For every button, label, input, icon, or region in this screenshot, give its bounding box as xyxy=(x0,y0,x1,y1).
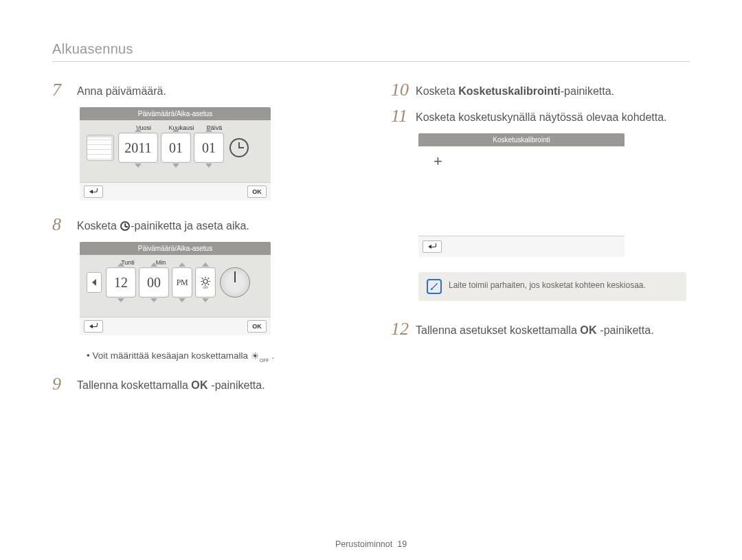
touch-calibration-screenshot: Kosketuskalibrointi + xyxy=(418,133,625,257)
step-number-9: 9 xyxy=(52,375,70,393)
svg-line-6 xyxy=(207,284,209,285)
hour-picker[interactable]: 12 xyxy=(106,267,136,298)
time-setting-screenshot: Päivämäärä/Aika-asetus Tunti Min 12 00 P… xyxy=(80,242,271,335)
step-text-7: Anna päivämäärä. xyxy=(77,81,166,99)
ampm-picker[interactable]: PM xyxy=(172,267,192,298)
left-column: 7 Anna päivämäärä. Päivämäärä/Aika-asetu… xyxy=(52,81,351,401)
info-text: Laite toimii parhaiten, jos kosketat koh… xyxy=(449,279,646,290)
date-mode-button[interactable] xyxy=(87,272,102,293)
svg-line-5 xyxy=(202,278,203,279)
calendar-icon xyxy=(87,135,114,161)
minute-picker[interactable]: 00 xyxy=(139,267,169,298)
step-number-8: 8 xyxy=(52,216,70,234)
back-button[interactable] xyxy=(84,186,103,198)
clock-icon xyxy=(120,221,130,231)
sun-off-icon: ☀OFF xyxy=(251,350,269,363)
svg-text:OFF: OFF xyxy=(203,286,208,289)
year-picker[interactable]: 2011 xyxy=(118,133,158,163)
ok-button[interactable]: OK xyxy=(247,320,267,333)
svg-line-8 xyxy=(207,278,209,279)
back-button[interactable] xyxy=(423,240,442,253)
step-text-8: Kosketa -painiketta ja aseta aika. xyxy=(77,216,249,234)
day-picker[interactable]: 01 xyxy=(194,133,224,163)
return-icon xyxy=(428,243,436,250)
step-text-9: Tallenna koskettamalla OK -painiketta. xyxy=(77,375,265,393)
time-mode-button[interactable] xyxy=(229,138,249,157)
step-text-11: Kosketa kosketuskynällä näytössä olevaa … xyxy=(416,107,667,125)
back-button[interactable] xyxy=(84,320,103,333)
step-number-12: 12 xyxy=(391,320,409,338)
step-text-10: Kosketa Kosketuskalibrointi-painiketta. xyxy=(416,81,614,99)
ok-button[interactable]: OK xyxy=(247,186,267,198)
return-icon xyxy=(89,323,98,330)
note-icon xyxy=(427,279,442,294)
device-title: Päivämäärä/Aika-asetus xyxy=(80,242,271,255)
step-number-7: 7 xyxy=(52,81,70,99)
page-footer: Perustoiminnot 19 xyxy=(0,539,742,549)
device-title: Päivämäärä/Aika-asetus xyxy=(80,107,271,120)
sun-off-icon: OFF xyxy=(199,276,212,289)
step-number-11: 11 xyxy=(391,107,409,125)
label-year: Vuosi xyxy=(124,124,164,131)
date-setting-screenshot: Päivämäärä/Aika-asetus Vuosi Kuukausi Pä… xyxy=(80,107,271,201)
step-number-10: 10 xyxy=(391,81,409,99)
label-month: Kuukausi xyxy=(166,124,196,131)
dst-toggle[interactable]: OFF xyxy=(195,267,216,298)
return-icon xyxy=(89,188,98,195)
info-box: Laite toimii parhaiten, jos kosketat koh… xyxy=(418,272,686,301)
dst-note: Voit määrittää kesäajan koskettamalla ☀O… xyxy=(52,350,351,363)
section-title: Alkuasennus xyxy=(52,41,690,62)
clock-dial[interactable] xyxy=(220,267,250,298)
month-picker[interactable]: 01 xyxy=(161,133,191,163)
label-day: Päivä xyxy=(199,124,229,131)
right-column: 10 Kosketa Kosketuskalibrointi-painikett… xyxy=(391,81,690,401)
svg-line-7 xyxy=(202,284,203,285)
svg-point-0 xyxy=(203,280,207,284)
device-title: Kosketuskalibrointi xyxy=(418,133,625,146)
step-text-12: Tallenna asetukset koskettamalla OK -pai… xyxy=(416,320,654,338)
